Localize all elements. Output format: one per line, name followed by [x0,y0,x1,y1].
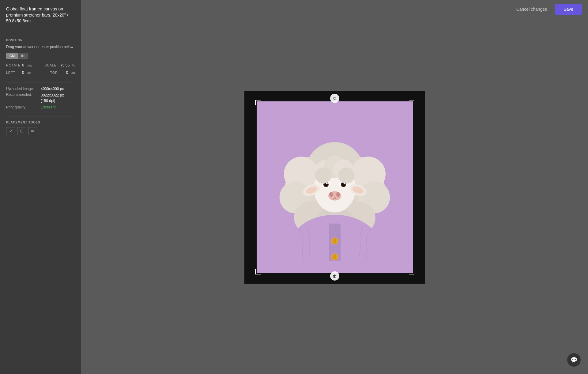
product-title: Global float framed canvas on premium st… [6,6,75,24]
svg-point-46 [336,192,340,197]
recommended-value: 3022x3022 px (150 dpi) [41,93,64,104]
top-unit: cm [70,71,75,74]
left-label: LEFT [6,71,20,74]
svg-point-24 [335,241,337,242]
unit-in-button[interactable]: IN [18,53,28,59]
print-quality-row: Print quality: Excellent [6,105,75,109]
corner-handle-tl[interactable] [255,100,261,105]
expand-icon: ⤢ [9,129,13,133]
divider-2 [6,82,75,82]
position-section-label: POSITION [6,39,75,42]
uploaded-image-label: Uploaded image: [6,87,38,91]
print-quality-label: Print quality: [6,105,38,109]
svg-point-26 [332,254,337,259]
canvas-workspace: ↻ [81,0,588,374]
sidebar: Global float framed canvas on premium st… [0,0,81,374]
print-quality-value: Excellent [41,105,56,109]
svg-point-27 [333,255,334,257]
corner-handle-bl[interactable] [255,269,261,274]
fit-tool-button[interactable]: ⊡ [17,127,26,135]
rotate-handle[interactable]: ↻ [330,94,339,103]
scale-value: 75.55 [60,63,70,67]
placement-tools-label: PLACEMENT TOOLS [6,121,75,124]
fit-icon: ⊡ [20,129,24,133]
sheep-svg [257,101,413,273]
save-button[interactable]: Save [555,4,582,15]
position-row: LEFT 0 cm TOP 0 cm [6,70,75,75]
recommended-label: Recommended: [6,93,38,104]
tools-row: ⤢ ⊡ ≡ ▾ [6,127,75,135]
rotate-icon: ↻ [333,96,337,101]
rotate-label: ROTATE [6,63,20,67]
svg-point-22 [335,239,337,240]
corner-handle-tr[interactable] [409,100,414,105]
top-value: 0 [66,70,68,75]
chat-button[interactable]: 💬 [567,353,581,367]
svg-point-21 [333,239,334,240]
svg-point-50 [315,167,331,183]
scale-label: SCALE [44,63,58,67]
chevron-down-icon: ▾ [33,130,35,133]
delete-icon: 🗑 [333,274,337,278]
divider-3 [6,116,75,116]
corner-handle-br[interactable] [409,269,414,274]
main-area: Cancel changes Save ↻ [81,0,588,374]
uploaded-image-row: Uploaded image: 4000x4000 px [6,87,75,91]
scale-unit: % [72,63,75,67]
unit-cm-button[interactable]: CM [6,53,18,59]
svg-point-23 [333,241,334,242]
left-value: 0 [22,70,24,75]
product-frame: ↻ [244,91,425,284]
delete-handle[interactable]: 🗑 [330,271,339,281]
rotate-row: ROTATE 0 deg SCALE 75.55 % [6,63,75,67]
left-unit: cm [27,71,31,74]
artwork-crop[interactable] [257,101,413,273]
top-label: TOP [50,71,64,74]
align-tool-button[interactable]: ≡ ▾ [28,127,37,135]
unit-toggle: CM IN [6,53,75,59]
topbar: Cancel changes Save [81,0,588,18]
recommended-row: Recommended: 3022x3022 px (150 dpi) [6,93,75,104]
expand-tool-button[interactable]: ⤢ [6,127,15,135]
image-info: Uploaded image: 4000x4000 px Recommended… [6,87,75,109]
position-hint: Drag your artwork or enter position belo… [6,44,75,50]
chat-icon: 💬 [571,357,577,363]
svg-point-30 [335,257,337,258]
rotate-value: 0 [22,63,24,67]
rotate-unit: deg [27,63,32,67]
svg-point-39 [326,183,328,184]
svg-point-29 [333,257,334,258]
svg-point-20 [332,238,337,244]
svg-point-51 [338,167,354,183]
svg-point-45 [329,192,333,197]
svg-point-28 [335,255,337,257]
align-icon: ≡ [31,129,33,133]
uploaded-image-value: 4000x4000 px [41,87,64,91]
cancel-changes-button[interactable]: Cancel changes [512,4,551,14]
divider-1 [6,34,75,34]
sheep-image [257,101,413,273]
